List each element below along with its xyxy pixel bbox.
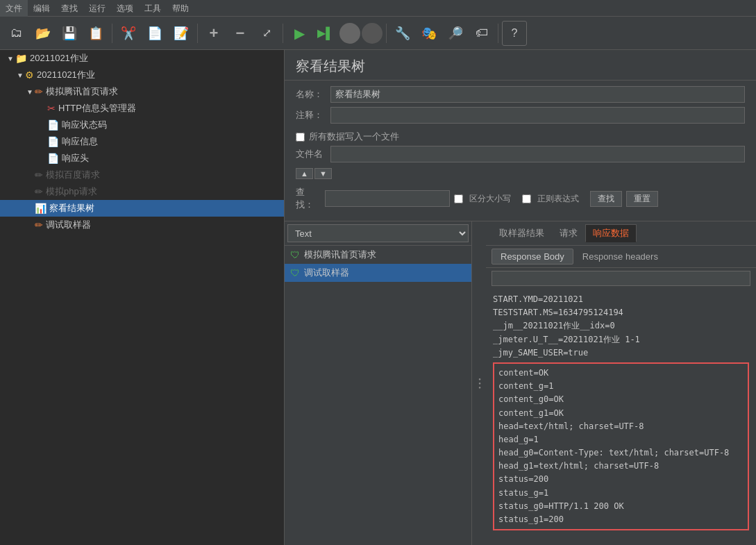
toolbar-cut[interactable]: ✂️ — [116, 21, 141, 46]
sidebar-item-result-tree[interactable]: 📊 察看结果树 — [0, 200, 284, 217]
shield-icon: 🛡 — [290, 267, 300, 278]
toolbar-save[interactable]: 💾 — [57, 21, 82, 46]
toolbar-shutdown[interactable] — [362, 23, 383, 44]
name-row: 名称： — [296, 86, 745, 103]
sidebar-item-mock2[interactable]: ✏ 模拟百度请求 — [0, 167, 284, 183]
menu-edit[interactable]: 编辑 — [28, 0, 56, 17]
sidebar-item-resp-head[interactable]: 📄 响应头 — [0, 150, 284, 167]
sidebar-item-root1[interactable]: ▼ 📁 20211021作业 — [0, 50, 284, 67]
toolbar-open[interactable]: 📂 — [31, 21, 56, 46]
search-button[interactable]: 查找 — [590, 191, 622, 207]
response-line: TESTSTART.MS=1634795124194 — [493, 306, 749, 319]
file-label: 文件名 — [296, 148, 330, 160]
menu-find[interactable]: 查找 — [56, 0, 83, 17]
toolbar-new[interactable]: 🗂 — [4, 21, 29, 46]
toolbar-stop[interactable] — [339, 23, 360, 44]
sidebar-item-resp-info[interactable]: 📄 响应信息 — [0, 133, 284, 150]
toolbar-start-no-pause[interactable]: ▶▌ — [313, 21, 338, 46]
file-row: 文件名 — [296, 146, 745, 162]
sidebar-item-label: 模拟php请求 — [46, 185, 97, 198]
toolbar-search[interactable]: 🔎 — [443, 21, 468, 46]
sidebar-item-label: 模拟腾讯首页请求 — [46, 85, 118, 98]
response-line: __jm__20211021作业__idx=0 — [493, 319, 749, 333]
response-search-input[interactable] — [492, 271, 750, 286]
sidebar-item-label: 响应头 — [62, 152, 89, 165]
menu-help[interactable]: 帮助 — [167, 0, 194, 17]
sidebar-item-mock3[interactable]: ✏ 模拟php请求 — [0, 183, 284, 200]
sidebar-item-debug[interactable]: ✏ 调试取样器 — [0, 217, 284, 233]
chart-icon: 📊 — [35, 203, 47, 214]
tab-response-body[interactable]: Response Body — [492, 249, 573, 265]
response-highlighted-block: content=OK content_g=1 content_g0=OK con… — [493, 362, 749, 530]
name-label: 名称： — [296, 88, 330, 101]
sidebar-item-label: 模拟百度请求 — [46, 169, 100, 181]
tab-request[interactable]: 请求 — [552, 224, 585, 242]
response-line-h: content=OK — [498, 367, 744, 380]
arrow-icon: ▼ — [25, 88, 35, 96]
doc-icon: 📄 — [47, 119, 59, 131]
sidebar-item-label: 响应信息 — [62, 135, 98, 148]
write-all-label: 所有数据写入一个文件 — [309, 131, 399, 143]
menu-tools[interactable]: 工具 — [139, 0, 167, 17]
response-line-h: status_g=1 — [498, 487, 744, 500]
search-label: 查找： — [296, 186, 321, 211]
menu-options[interactable]: 选项 — [111, 0, 139, 17]
toolbar-clear-all[interactable]: 🎭 — [417, 21, 442, 46]
toolbar-clear[interactable]: 🔧 — [390, 21, 415, 46]
regex-checkbox[interactable] — [522, 194, 531, 203]
response-line-h: head_g0=Content-Type: text/html; charset… — [498, 446, 744, 460]
toolbar-paste[interactable]: 📝 — [169, 21, 194, 46]
result-item-label: 调试取样器 — [304, 267, 349, 279]
sidebar-item-http[interactable]: ✂ HTTP信息头管理器 — [0, 100, 284, 117]
tab-sampler-result[interactable]: 取样器结果 — [492, 224, 552, 242]
arrow-down-btn[interactable]: ▼ — [314, 168, 332, 179]
response-line-h: head=text/html; charset=UTF-8 — [498, 420, 744, 433]
toolbar-sep2 — [197, 24, 198, 43]
toolbar-save-as[interactable]: 📋 — [83, 21, 108, 46]
response-line-h: status=200 — [498, 473, 744, 486]
sidebar-item-mock1[interactable]: ▼ ✏ 模拟腾讯首页请求 — [0, 83, 284, 100]
toolbar-remove[interactable]: − — [228, 21, 253, 46]
toolbar: 🗂 📂 💾 📋 ✂️ 📄 📝 + − ⤢ ▶ ▶▌ 🔧 🎭 🔎 🏷 ? — [0, 17, 756, 50]
sidebar-item-label: 20211021作业 — [30, 52, 88, 65]
tab-response-data[interactable]: 响应数据 — [585, 224, 637, 242]
menu-run[interactable]: 运行 — [83, 0, 111, 17]
comment-row: 注释： — [296, 107, 745, 124]
response-line: START.YMD=20211021 — [493, 293, 749, 306]
sidebar-item-root2[interactable]: ▼ ⚙ 20211021作业 — [0, 67, 284, 83]
toolbar-expand[interactable]: ⤢ — [254, 21, 279, 46]
sidebar-item-resp-code[interactable]: 📄 响应状态码 — [0, 117, 284, 133]
arrow-icon: ▼ — [6, 55, 15, 62]
response-line-h: head_g1=text/html; charset=UTF-8 — [498, 460, 744, 473]
dots-separator[interactable]: ● ● ● — [472, 221, 486, 545]
response-line: _jmy_SAME_USER=true — [493, 346, 749, 360]
toolbar-help[interactable]: ? — [502, 21, 527, 46]
reset-button[interactable]: 重置 — [626, 191, 658, 207]
sidebar-item-label: 调试取样器 — [46, 219, 91, 231]
case-sensitive-checkbox[interactable] — [454, 194, 463, 203]
search-input[interactable] — [325, 190, 450, 207]
result-item-mock1[interactable]: 🛡 模拟腾讯首页请求 — [285, 246, 471, 264]
response-content: START.YMD=20211021 TESTSTART.MS=16347951… — [486, 289, 756, 545]
write-all-checkbox[interactable] — [296, 133, 305, 142]
toolbar-add[interactable]: + — [201, 21, 226, 46]
result-item-debug[interactable]: 🛡 调试取样器 — [285, 264, 471, 282]
comment-label: 注释： — [296, 109, 330, 121]
tab-response-headers[interactable]: Response headers — [573, 249, 667, 265]
toolbar-start[interactable]: ▶ — [287, 21, 312, 46]
comment-input[interactable] — [330, 107, 745, 124]
response-body-tabs: Response Body Response headers — [486, 246, 756, 268]
toolbar-copy[interactable]: 📄 — [142, 21, 167, 46]
name-input[interactable] — [330, 86, 745, 103]
menu-file[interactable]: 文件 — [0, 0, 28, 17]
pencil-icon: ✏ — [35, 86, 43, 97]
main-layout: ▼ 📁 20211021作业 ▼ ⚙ 20211021作业 ▼ ✏ 模拟腾讯首页… — [0, 50, 756, 545]
case-sensitive-label: 区分大小写 — [469, 193, 511, 205]
search-row: 查找： 区分大小写 正则表达式 查找 重置 — [296, 182, 745, 215]
format-select[interactable]: Text HTML JSON XML RegExp — [287, 224, 469, 242]
file-input[interactable] — [330, 146, 745, 162]
arrow-up-btn[interactable]: ▲ — [296, 168, 313, 179]
toolbar-bookmark[interactable]: 🏷 — [469, 21, 494, 46]
form-area: 名称： 注释： 所有数据写入一个文件 文件名 ▲ ▼ 查找： — [285, 81, 756, 221]
pencil-icon: ✏ — [35, 186, 43, 197]
